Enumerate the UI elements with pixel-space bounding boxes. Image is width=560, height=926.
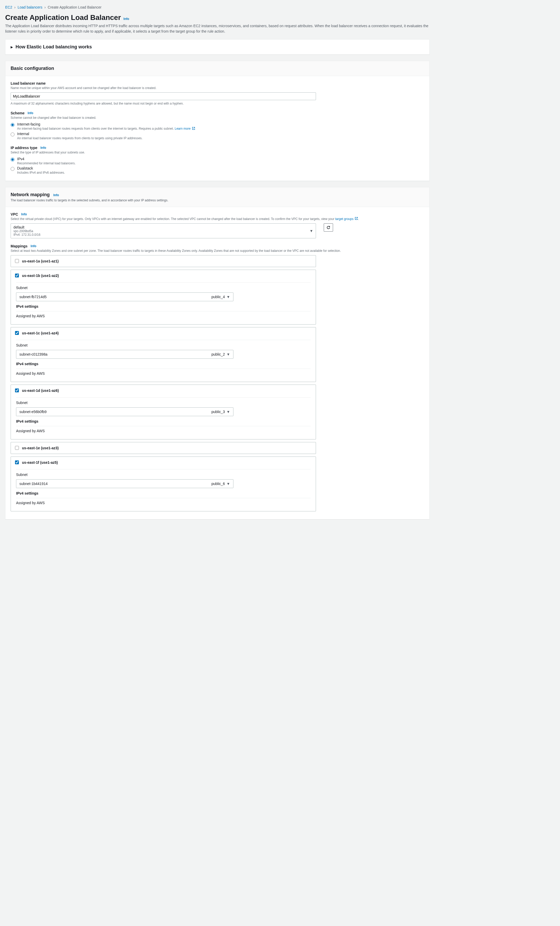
lb-name-input[interactable] <box>11 92 316 100</box>
chevron-right-icon: › <box>14 5 15 9</box>
subnet-select[interactable]: subnet-fb7214d5public_4▼ <box>16 292 233 301</box>
subnet-label: Subnet <box>16 283 310 292</box>
scheme-info-link[interactable]: Info <box>28 111 33 115</box>
scheme-desc: Scheme cannot be changed after the load … <box>11 116 424 120</box>
ip-type-info-link[interactable]: Info <box>40 146 46 150</box>
mappings-desc: Select at least two Availability Zones a… <box>11 249 424 253</box>
caret-down-icon: ▼ <box>226 410 230 414</box>
subnet-select[interactable]: subnet-1b441914public_6▼ <box>16 479 233 488</box>
ipv4-settings-label: IPv4 settings <box>16 301 310 311</box>
network-mapping-title: Network mapping <box>11 192 50 197</box>
ipv4-assigned-text: Assigned by AWS <box>16 426 310 434</box>
how-elb-works-title: How Elastic Load balancing works <box>15 44 92 50</box>
az-box: us-east-1f (use1-az5)Subnetsubnet-1b4419… <box>11 457 316 511</box>
scheme-internet-facing-label: Internet-facing <box>17 122 195 126</box>
az-box: us-east-1e (use1-az3) <box>11 442 316 454</box>
subnet-select[interactable]: subnet-c012398apublic_2▼ <box>16 350 233 359</box>
network-mapping-desc: The load balancer routes traffic to targ… <box>11 198 424 202</box>
network-mapping-panel: Network mapping Info The load balancer r… <box>5 187 430 519</box>
network-info-link[interactable]: Info <box>53 193 59 197</box>
vpc-select[interactable]: default vpc-2009bd5a IPv4: 172.31.0.0/16… <box>11 223 316 238</box>
subnet-id: subnet-c012398a <box>20 352 47 356</box>
ip-type-desc: Select the type of IP addresses that you… <box>11 150 424 155</box>
ip-ipv4-label: IPv4 <box>17 157 76 161</box>
az-header: us-east-1a (use1-az1) <box>11 256 316 267</box>
az-checkbox[interactable] <box>15 331 19 335</box>
scheme-internal-desc: An internal load balancer routes request… <box>17 136 142 140</box>
page-info-link[interactable]: Info <box>123 17 129 21</box>
subnet-id: subnet-fb7214d5 <box>20 295 47 299</box>
az-header: us-east-1d (use1-az6) <box>11 385 316 396</box>
target-groups-link[interactable]: target groups <box>335 217 358 221</box>
chevron-right-icon: › <box>44 5 46 9</box>
az-header: us-east-1c (use1-az4) <box>11 327 316 339</box>
subnet-tag: public_3 <box>212 410 225 414</box>
refresh-icon <box>326 225 330 230</box>
vpc-label: VPC <box>11 212 18 216</box>
lb-name-label: Load balancer name <box>11 81 424 85</box>
az-body: Subnetsubnet-fb7214d5public_4▼IPv4 setti… <box>11 281 316 324</box>
lb-name-constraint: A maximum of 32 alphanumeric characters … <box>11 102 424 105</box>
ip-dualstack-radio[interactable] <box>11 167 15 171</box>
subnet-label: Subnet <box>16 340 310 350</box>
scheme-label: Scheme <box>11 111 24 115</box>
ipv4-assigned-text: Assigned by AWS <box>16 311 310 319</box>
subnet-select[interactable]: subnet-e56b0fb9public_3▼ <box>16 407 233 416</box>
ip-dualstack-label: Dualstack <box>17 166 65 170</box>
az-body: Subnetsubnet-1b441914public_6▼IPv4 setti… <box>11 468 316 511</box>
ip-ipv4-radio[interactable] <box>11 157 15 162</box>
mappings-info-link[interactable]: Info <box>30 244 36 248</box>
az-checkbox[interactable] <box>15 259 19 263</box>
breadcrumb-load-balancers[interactable]: Load balancers <box>18 5 42 9</box>
mappings-label: Mappings <box>11 244 27 248</box>
az-body: Subnetsubnet-c012398apublic_2▼IPv4 setti… <box>11 339 316 382</box>
subnet-label: Subnet <box>16 469 310 479</box>
az-checkbox[interactable] <box>15 389 19 392</box>
az-header: us-east-1e (use1-az3) <box>11 442 316 454</box>
scheme-internet-facing-desc: An internet-facing load balancer routes … <box>17 127 195 131</box>
vpc-info-link[interactable]: Info <box>21 212 27 216</box>
ipv4-assigned-text: Assigned by AWS <box>16 369 310 377</box>
az-name: us-east-1a (use1-az1) <box>22 259 59 263</box>
az-header: us-east-1f (use1-az5) <box>11 457 316 468</box>
subnet-id: subnet-1b441914 <box>20 482 48 486</box>
az-box: us-east-1d (use1-az6)Subnetsubnet-e56b0f… <box>11 384 316 439</box>
scheme-internal-radio[interactable] <box>11 133 15 136</box>
subnet-tag: public_4 <box>212 295 225 299</box>
az-checkbox[interactable] <box>15 460 19 464</box>
ipv4-settings-label: IPv4 settings <box>16 416 310 426</box>
vpc-selected-cidr: IPv4: 172.31.0.0/16 <box>14 233 40 236</box>
ipv4-assigned-text: Assigned by AWS <box>16 498 310 506</box>
vpc-desc: Select the virtual private cloud (VPC) f… <box>11 217 424 221</box>
ip-type-label: IP address type <box>11 146 37 150</box>
external-link-icon <box>192 127 195 131</box>
page-title: Create Application Load Balancer <box>5 14 121 22</box>
scheme-learn-more-link[interactable]: Learn more <box>175 127 195 130</box>
ip-dualstack-desc: Includes IPv4 and IPv6 addresses. <box>17 171 65 174</box>
az-name: us-east-1b (use1-az2) <box>22 274 59 278</box>
az-checkbox[interactable] <box>15 274 19 277</box>
az-body: Subnetsubnet-e56b0fb9public_3▼IPv4 setti… <box>11 396 316 439</box>
az-box: us-east-1c (use1-az4)Subnetsubnet-c01239… <box>11 327 316 382</box>
caret-down-icon: ▼ <box>309 229 313 233</box>
how-elb-works-panel[interactable]: ▶ How Elastic Load balancing works <box>5 39 430 54</box>
subnet-tag: public_2 <box>212 352 225 356</box>
az-header: us-east-1b (use1-az2) <box>11 270 316 281</box>
vpc-selected-name: default <box>14 225 40 229</box>
subnet-label: Subnet <box>16 398 310 407</box>
az-name: us-east-1d (use1-az6) <box>22 389 59 393</box>
az-checkbox[interactable] <box>15 446 19 450</box>
az-name: us-east-1f (use1-az5) <box>22 460 58 465</box>
breadcrumb: EC2 › Load balancers › Create Applicatio… <box>5 5 555 9</box>
az-box: us-east-1b (use1-az2)Subnetsubnet-fb7214… <box>11 270 316 325</box>
page-description: The Application Load Balancer distribute… <box>5 23 430 34</box>
vpc-selected-id: vpc-2009bd5a <box>14 229 40 233</box>
breadcrumb-ec2[interactable]: EC2 <box>5 5 12 9</box>
refresh-button[interactable] <box>324 223 333 232</box>
basic-configuration-panel: Basic configuration Load balancer name N… <box>5 61 430 181</box>
lb-name-desc: Name must be unique within your AWS acco… <box>11 86 424 90</box>
basic-config-title: Basic configuration <box>11 66 54 71</box>
ipv4-settings-label: IPv4 settings <box>16 359 310 369</box>
ipv4-settings-label: IPv4 settings <box>16 488 310 498</box>
scheme-internet-facing-radio[interactable] <box>11 123 15 127</box>
